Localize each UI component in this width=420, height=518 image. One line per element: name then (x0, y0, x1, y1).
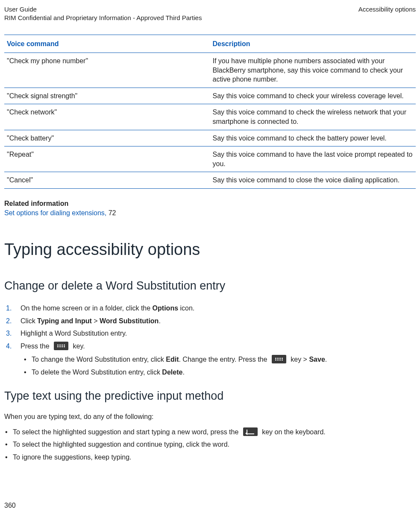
step-item: Highlight a Word Substitution entry. (4, 327, 416, 340)
step-text: On the home screen or in a folder, click… (21, 304, 153, 312)
cell-command: "Check signal strength" (4, 88, 210, 104)
table-row: "Check battery" Say this voice command t… (4, 130, 416, 146)
enter-key-icon (243, 427, 258, 436)
step-text: Highlight a Word Substitution entry. (21, 330, 127, 337)
step-item: On the home screen or in a folder, click… (4, 302, 416, 315)
bullet-text: . Change the entry. Press the (179, 356, 269, 363)
header-title: User Guide (4, 5, 202, 14)
table-row: "Check my phone number" If you have mult… (4, 53, 416, 88)
step-bold: Word Substitution (100, 317, 159, 325)
related-info-heading: Related information (4, 199, 416, 208)
related-info-page: 72 (109, 209, 116, 217)
cell-description: Say this voice command to close the voic… (210, 172, 416, 189)
bullet-bold: Delete (162, 369, 182, 376)
page-header: User Guide RIM Confidential and Propriet… (4, 5, 416, 23)
step-text: icon. (178, 304, 194, 312)
cell-command: "Check network" (4, 104, 210, 130)
blackberry-key-icon (54, 342, 68, 350)
bullet-item: To delete the Word Substitution entry, c… (23, 366, 416, 379)
cell-command: "Cancel" (4, 172, 210, 189)
step-text: . (159, 317, 160, 325)
page-number: 360 (4, 501, 16, 510)
bullet-text: To change the Word Substitution entry, c… (32, 356, 166, 363)
bullet-text: . (182, 369, 184, 376)
bullet-text: To ignore the suggestions, keep typing. (13, 454, 132, 461)
step-item: Click Typing and Input > Word Substituti… (4, 315, 416, 328)
cell-command: "Repeat" (4, 146, 210, 172)
bullet-list: To select the highlighted suggestion and… (4, 426, 416, 464)
related-info-link[interactable]: Set options for dialing extensions, (4, 209, 109, 217)
subsection-heading-word-substitution: Change or delete a Word Substitution ent… (4, 278, 416, 293)
section-heading-typing-accessibility: Typing accessibility options (4, 239, 416, 260)
steps-list: On the home screen or in a folder, click… (4, 302, 416, 380)
related-information: Related information Set options for dial… (4, 199, 416, 217)
bullet-item: To select the highlighted suggestion and… (4, 426, 416, 439)
bullet-text: To select the highlighted suggestion and… (13, 441, 229, 448)
cell-description: Say this voice command to check the batt… (210, 130, 416, 146)
table-header-command: Voice command (4, 35, 210, 53)
cell-command: "Check battery" (4, 130, 210, 146)
bullet-text: To delete the Word Substitution entry, c… (32, 369, 162, 376)
intro-text: When you are typing text, do any of the … (4, 412, 416, 421)
header-left: User Guide RIM Confidential and Propriet… (4, 5, 202, 23)
blackberry-key-icon (272, 355, 286, 363)
bullet-bold: Save (309, 356, 325, 363)
header-section-name: Accessibility options (358, 5, 416, 23)
subsection-heading-predictive-input: Type text using the predictive input met… (4, 388, 416, 404)
table-row: "Repeat" Say this voice command to have … (4, 146, 416, 172)
bullet-text: To select the highlighted suggestion and… (13, 428, 241, 436)
bullet-item: To change the Word Substitution entry, c… (23, 353, 416, 366)
bullet-text: key on the keyboard. (260, 428, 326, 436)
cell-command: "Check my phone number" (4, 53, 210, 88)
step-item: Press the key. To change the Word Substi… (4, 340, 416, 380)
header-subtitle: RIM Confidential and Proprietary Informa… (4, 14, 202, 22)
cell-description: If you have multiple phone numbers assoc… (210, 53, 416, 88)
voice-command-table: Voice command Description "Check my phon… (4, 35, 416, 189)
step-bold: Typing and Input (37, 317, 92, 325)
table-row: "Check signal strength" Say this voice c… (4, 88, 416, 104)
bullet-item: To select the highlighted suggestion and… (4, 438, 416, 451)
step-text: Click (21, 317, 37, 325)
bullet-text: . (325, 356, 327, 363)
table-row: "Check network" Say this voice command t… (4, 104, 416, 130)
step-text: Press the (21, 342, 51, 350)
bullet-text: key > (289, 356, 309, 363)
cell-description: Say this voice command to check your wir… (210, 88, 416, 104)
cell-description: Say this voice command to check the wire… (210, 104, 416, 130)
step-text: key. (71, 342, 85, 350)
table-header-description: Description (210, 35, 416, 53)
sub-bullet-list: To change the Word Substitution entry, c… (23, 353, 416, 378)
cell-description: Say this voice command to have the last … (210, 146, 416, 172)
bullet-item: To ignore the suggestions, keep typing. (4, 451, 416, 464)
step-text: > (92, 317, 100, 325)
table-row: "Cancel" Say this voice command to close… (4, 172, 416, 189)
step-bold: Options (153, 304, 178, 312)
bullet-bold: Edit (166, 356, 179, 363)
